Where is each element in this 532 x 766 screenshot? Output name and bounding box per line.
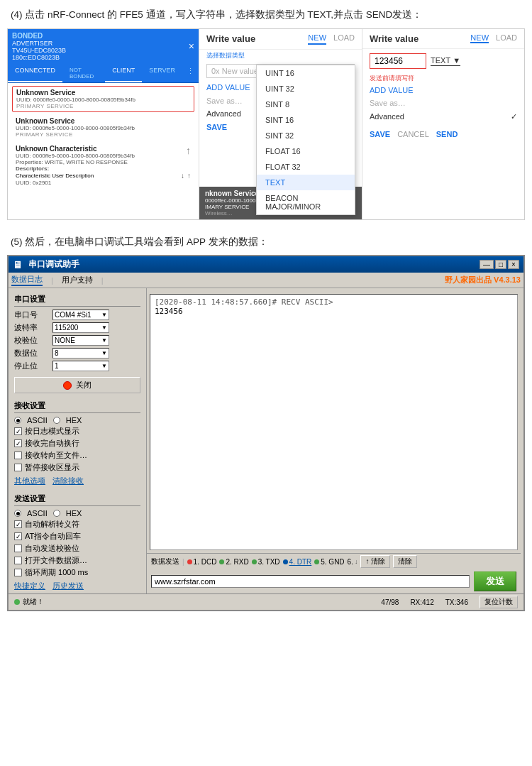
value-input[interactable]: 123456 (370, 53, 426, 69)
history-link[interactable]: 历史发送 (52, 581, 84, 591)
signal-row: 数据发送 | 1. DCD 2. RXD 3. TXD (147, 554, 521, 569)
menu-user-support[interactable]: 用户支持 (62, 275, 93, 285)
serial-tool-screenshot: 🖥 串口调试助手 — □ × 数据日志 | 用户支持 | 野人家园出品 V4.3… (7, 255, 525, 611)
chevron-down-icon: ▼ (101, 312, 107, 318)
signal-rxd: 2. RXD (219, 558, 248, 566)
to-file-checkbox[interactable] (14, 452, 22, 459)
send-main-button[interactable]: 发送 (474, 571, 516, 591)
reset-count-button[interactable]: 复位计数 (480, 596, 518, 608)
instruction-2: (5) 然后，在电脑串口调试工具端会看到 APP 发来的数据： (0, 227, 532, 256)
port-row: 串口号 COM4 #Si1 ▼ (14, 310, 140, 320)
brand-label: 野人家园出品 V4.3.13 (445, 275, 521, 285)
minimize-button[interactable]: — (480, 260, 494, 269)
type-uint16[interactable]: UINT 16 (257, 65, 355, 81)
auto-verify-checkbox[interactable] (14, 545, 22, 552)
type-float32[interactable]: FLOAT 32 (257, 159, 355, 175)
send-ascii-radio[interactable] (14, 510, 21, 517)
ble-tabs: CONNECTED NOT BONDED CLIENT SERVER ⋮ (8, 64, 199, 83)
download-icon[interactable]: ↓ (181, 172, 184, 180)
write-tab-load[interactable]: LOAD (333, 33, 355, 45)
txd-dot (252, 559, 257, 564)
pause-checkbox[interactable] (14, 464, 22, 471)
clear-up-button[interactable]: ↑ 清除 (360, 555, 390, 568)
log-timestamp: [2020-08-11 14:48:57.660]# RECV ASCII> (155, 297, 513, 307)
type-sint16[interactable]: SINT 16 (257, 112, 355, 128)
other-opts-link[interactable]: 其他选项 (14, 476, 45, 486)
recv-encoding-row: ASCII HEX (14, 416, 140, 425)
parity-select[interactable]: NONE ▼ (52, 335, 109, 346)
type-selector[interactable]: TEXT ▼ (431, 56, 460, 66)
recv-section-title: 接收设置 (14, 399, 140, 413)
tab-connected[interactable]: CONNECTED (8, 64, 62, 82)
gnd-dot (314, 559, 319, 564)
ble-screenshot: BONDED ADVERTISER TV45U-EDC8023B 180c:ED… (7, 28, 525, 220)
tab-not-bonded[interactable]: NOT BONDED (62, 64, 105, 82)
open-file-checkbox[interactable] (14, 557, 22, 564)
write-right-tab-load[interactable]: LOAD (496, 33, 517, 43)
log-mode-checkbox[interactable] (14, 427, 22, 435)
write-tab-new[interactable]: NEW (308, 33, 326, 45)
port-select[interactable]: COM4 #Si1 ▼ (52, 310, 109, 320)
log-content: [2020-08-11 14:48:57.660]# RECV ASCII> 1… (150, 295, 517, 549)
baud-select[interactable]: 115200 ▼ (52, 322, 109, 333)
stop-bits-select[interactable]: 1 ▼ (52, 361, 109, 371)
save-btn-right[interactable]: SAVE (370, 130, 390, 138)
serial-bottom: 数据发送 | 1. DCD 2. RXD 3. TXD (147, 553, 521, 593)
ble-service-1[interactable]: Unknown Service UUID: 0000ffe0-0000-1000… (12, 86, 194, 112)
data-bits-row: 数据位 8 ▼ (14, 348, 140, 359)
ble-service-2[interactable]: Unknown Service UUID: 0000ffe5-0000-1000… (12, 115, 194, 140)
upload-icon-2[interactable]: ↑ (187, 172, 191, 180)
signal-txd: 3. TXD (252, 558, 280, 566)
tab-more[interactable]: ⋮ (182, 64, 199, 82)
cancel-btn[interactable]: CANCEL (397, 130, 429, 138)
baud-row: 波特率 115200 ▼ (14, 322, 140, 333)
type-uint32[interactable]: UINT 32 (257, 81, 355, 97)
loop-checkbox[interactable] (14, 569, 22, 576)
type-beacon[interactable]: BEACON MAJOR/MINOR (257, 190, 355, 214)
hex-radio[interactable] (53, 417, 60, 424)
advanced-right[interactable]: Advanced ✓ (362, 109, 524, 124)
close-window-button[interactable]: × (508, 260, 519, 269)
data-bits-select[interactable]: 8 ▼ (52, 348, 109, 359)
send-hex-radio[interactable] (53, 510, 60, 517)
restore-button[interactable]: □ (495, 260, 506, 269)
ble-services: Unknown Service UUID: 0000ffe0-0000-1000… (8, 83, 199, 192)
auto-parse-check: 自动解析转义符 (14, 519, 140, 530)
type-sint8[interactable]: SINT 8 (257, 97, 355, 112)
data-log-area: [2020-08-11 14:48:57.660]# RECV ASCII> 1… (147, 288, 523, 593)
send-encoding-row: ASCII HEX (14, 509, 140, 518)
auto-wrap-checkbox[interactable] (14, 439, 22, 447)
instruction-1: (4) 点击 nRF-Connect 的 FFE5 通道，写入字符串，选择数据类… (0, 0, 532, 28)
loop-check: 循环周期 1000 ms (14, 567, 140, 578)
write-right-tab-new[interactable]: NEW (470, 33, 489, 43)
add-value-btn-right[interactable]: ADD VALUE (362, 84, 524, 97)
quick-def-link[interactable]: 快捷定义 (14, 581, 45, 591)
upload-icon[interactable]: ↑ (186, 145, 191, 156)
close-icon[interactable]: × (189, 40, 194, 52)
type-text[interactable]: TEXT (257, 175, 355, 190)
auto-parse-checkbox[interactable] (14, 520, 22, 528)
type-float16[interactable]: FLOAT 16 (257, 143, 355, 159)
clear-recv-link[interactable]: 清除接收 (52, 476, 84, 486)
menu-separator-2: | (101, 276, 104, 285)
send-settings-panel: 发送设置 ASCII HEX 自动解析转义符 AT指令自动回车 (14, 492, 140, 591)
send-btn[interactable]: SEND (436, 130, 458, 138)
send-input[interactable] (151, 575, 470, 588)
window-controls: — □ × (480, 260, 519, 269)
serial-menubar: 数据日志 | 用户支持 | 野人家园出品 V4.3.13 (9, 273, 523, 288)
chevron-down-icon-2: ▼ (101, 324, 107, 331)
serial-statusbar: 就绪！ 47/98 RX:412 TX:346 复位计数 (9, 593, 523, 610)
signal-dcd: 1. DCD (187, 558, 217, 566)
tab-client[interactable]: CLIENT (105, 64, 142, 82)
log-mode-check: 按日志模式显示 (14, 426, 140, 437)
clear-button[interactable]: 清除 (393, 555, 417, 568)
type-sint32[interactable]: SINT 32 (257, 128, 355, 143)
arrow-down-icon: ↓ (355, 558, 358, 565)
menu-data-log[interactable]: 数据日志 (11, 274, 43, 286)
open-file-check: 打开文件数据源… (14, 555, 140, 566)
close-port-button[interactable]: 关闭 (14, 377, 140, 393)
ascii-radio[interactable] (14, 417, 21, 424)
auto-cr-checkbox[interactable] (14, 532, 22, 540)
tab-server[interactable]: SERVER (142, 64, 182, 82)
chevron-down-icon-4: ▼ (101, 350, 107, 356)
